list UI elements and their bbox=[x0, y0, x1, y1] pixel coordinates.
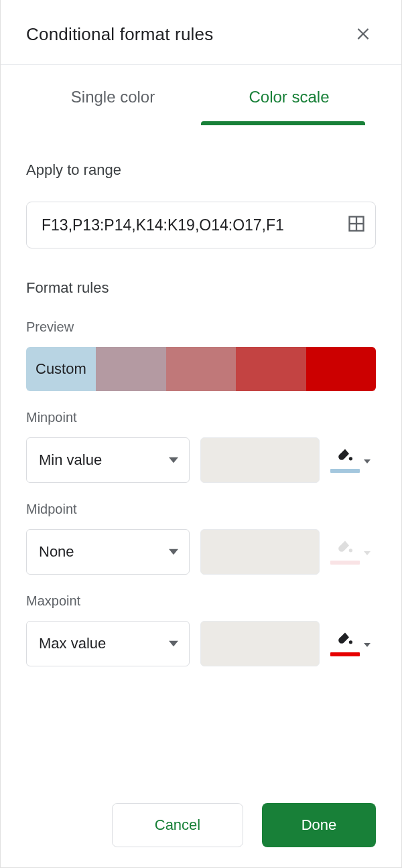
minpoint-select-value: Min value bbox=[39, 451, 102, 469]
chevron-down-icon bbox=[364, 547, 371, 559]
midpoint-color-swatch bbox=[330, 561, 360, 565]
midpoint-color-button[interactable] bbox=[330, 539, 371, 565]
apply-range-heading: Apply to range bbox=[26, 161, 376, 179]
chevron-down-icon bbox=[364, 455, 371, 467]
preview-badge: Custom bbox=[36, 360, 86, 378]
range-input[interactable] bbox=[40, 216, 347, 235]
preview-label: Preview bbox=[26, 319, 376, 335]
midpoint-row: None bbox=[26, 529, 376, 575]
chevron-down-icon bbox=[169, 451, 178, 469]
panel-title: Conditional format rules bbox=[26, 24, 213, 45]
done-button[interactable]: Done bbox=[262, 803, 376, 847]
chevron-down-icon bbox=[364, 639, 371, 651]
midpoint-select[interactable]: None bbox=[26, 529, 190, 575]
panel-header: Conditional format rules bbox=[1, 0, 401, 64]
range-input-container[interactable] bbox=[26, 202, 376, 248]
chevron-down-icon bbox=[169, 543, 178, 561]
midpoint-value-input bbox=[200, 529, 320, 575]
midpoint-label: Midpoint bbox=[26, 502, 376, 517]
grid-selector-icon[interactable] bbox=[347, 214, 366, 236]
maxpoint-color-swatch bbox=[330, 652, 360, 656]
preview-seg-5 bbox=[306, 347, 376, 391]
fill-color-icon bbox=[335, 631, 355, 650]
conditional-format-panel: Conditional format rules Single color Co… bbox=[0, 0, 402, 868]
maxpoint-row: Max value bbox=[26, 621, 376, 666]
gradient-preview[interactable]: Custom bbox=[26, 347, 376, 391]
minpoint-label: Minpoint bbox=[26, 410, 376, 425]
tabs: Single color Color scale bbox=[1, 65, 401, 121]
preview-seg-4 bbox=[236, 347, 306, 391]
maxpoint-select[interactable]: Max value bbox=[26, 621, 190, 666]
preview-seg-3 bbox=[166, 347, 236, 391]
minpoint-color-swatch bbox=[330, 469, 360, 473]
tab-color-scale[interactable]: Color scale bbox=[201, 65, 377, 121]
fill-color-icon bbox=[335, 447, 355, 466]
preview-seg-2 bbox=[96, 347, 165, 391]
svg-point-4 bbox=[349, 549, 352, 552]
maxpoint-value-input bbox=[200, 621, 320, 666]
svg-point-5 bbox=[349, 640, 352, 644]
cancel-button[interactable]: Cancel bbox=[112, 803, 243, 847]
minpoint-value-input bbox=[200, 437, 320, 483]
maxpoint-color-button[interactable] bbox=[330, 631, 371, 656]
svg-point-3 bbox=[349, 457, 352, 460]
close-icon[interactable] bbox=[350, 20, 376, 48]
panel-footer: Cancel Done bbox=[1, 776, 401, 867]
chevron-down-icon bbox=[169, 635, 178, 652]
minpoint-select[interactable]: Min value bbox=[26, 437, 190, 483]
minpoint-row: Min value bbox=[26, 437, 376, 483]
maxpoint-label: Maxpoint bbox=[26, 593, 376, 609]
format-rules-heading: Format rules bbox=[26, 279, 376, 297]
minpoint-color-button[interactable] bbox=[330, 447, 371, 473]
midpoint-select-value: None bbox=[39, 543, 74, 561]
fill-color-icon bbox=[335, 539, 355, 558]
maxpoint-select-value: Max value bbox=[39, 635, 106, 652]
tab-single-color[interactable]: Single color bbox=[25, 65, 201, 121]
panel-body: Apply to range Format rules Preview Cust… bbox=[1, 125, 401, 776]
